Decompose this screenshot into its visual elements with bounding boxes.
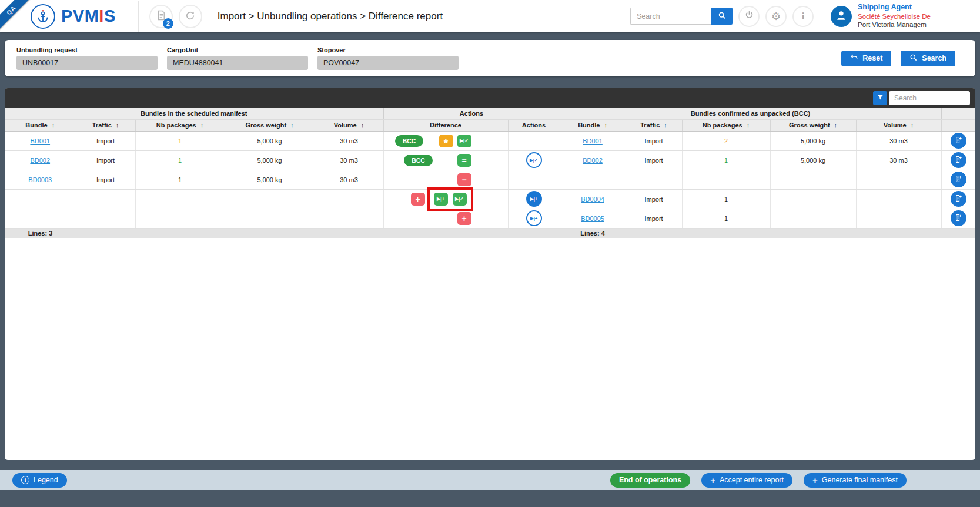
group-header-row: Bundles in the scheduled manifest Action… — [5, 108, 975, 119]
add-row-button[interactable]: ▶|+ — [526, 191, 542, 207]
edit-bundle-button[interactable] — [951, 172, 966, 187]
bundle-link[interactable]: BD0004 — [581, 196, 604, 203]
document-plus-icon — [955, 156, 962, 165]
manifest-volume-cell: 30 m3 — [315, 170, 383, 189]
group-header-bcc: Bundles confirmed as unpacked (BCC) — [560, 108, 941, 119]
table-search-input[interactable] — [889, 91, 970, 105]
column-header-bundle[interactable]: Bundle↑ — [560, 119, 626, 131]
unpacked-gross-weight-cell: 5,000 kg — [770, 150, 856, 170]
undo-icon — [850, 53, 858, 63]
person-icon — [835, 9, 848, 24]
difference-cell: +▶|+▶|✓ — [383, 189, 508, 209]
end-of-operations-button[interactable]: End of operations — [610, 473, 690, 488]
column-header-empty — [941, 119, 975, 131]
bottom-bar-actions: End of operations + Accept entire report… — [610, 473, 907, 488]
validate-difference-button[interactable]: ▶|✓ — [453, 193, 467, 206]
table-filter-button[interactable] — [873, 91, 887, 105]
unpacked-traffic-cell: Import — [626, 189, 682, 209]
edit-bundle-button[interactable] — [951, 133, 966, 149]
legend-button[interactable]: i Legend — [12, 473, 67, 488]
column-header-nb-packages[interactable]: Nb packages↑ — [135, 119, 225, 131]
edit-cell — [941, 131, 975, 150]
sort-asc-icon: ↑ — [664, 122, 667, 129]
power-icon — [744, 10, 754, 23]
edit-bundle-button[interactable] — [951, 210, 966, 226]
accept-entire-report-button[interactable]: + Accept entire report — [701, 473, 792, 488]
equal-difference-button[interactable]: = — [457, 154, 471, 167]
info-icon: i — [802, 11, 805, 22]
difference-report-table: Bundles in the scheduled manifest Action… — [5, 108, 975, 238]
column-header-volume[interactable]: Volume↑ — [856, 119, 941, 131]
document-plus-icon — [955, 136, 962, 146]
bundle-link[interactable]: BD002 — [583, 157, 603, 164]
user-avatar[interactable] — [831, 6, 852, 27]
column-header-traffic[interactable]: Traffic↑ — [76, 119, 135, 131]
manifest-nb-packages-cell: 1 — [135, 170, 225, 189]
play-check-icon: ▶|✓ — [455, 196, 464, 202]
search-icon — [909, 53, 918, 63]
play-plus-icon: ▶|+ — [437, 196, 444, 202]
environment-ribbon: QA — [0, 0, 34, 33]
column-header-difference: Difference — [383, 119, 508, 131]
unpacked-bundle-cell: BD001 — [560, 131, 626, 150]
table-footer-row: Lines: 3 Lines: 4 — [5, 228, 975, 238]
reports-button[interactable]: 2 — [149, 5, 173, 28]
edit-bundle-button[interactable] — [951, 152, 966, 168]
sort-asc-icon: ↑ — [361, 122, 364, 129]
validate-row-button[interactable]: ▶|✓ — [526, 152, 542, 168]
manifest-line-count: Lines: 3 — [5, 228, 76, 238]
global-search-input[interactable] — [630, 8, 711, 25]
unpacked-traffic-cell — [626, 170, 682, 189]
manifest-traffic-cell: Import — [76, 150, 135, 170]
column-header-volume[interactable]: Volume↑ — [315, 119, 383, 131]
extra-bundle-button[interactable]: + — [411, 193, 425, 206]
column-header-gross-weight[interactable]: Gross weight↑ — [225, 119, 315, 131]
power-button[interactable] — [738, 6, 760, 27]
missing-bundle-button[interactable]: − — [457, 173, 471, 186]
info-button[interactable]: i — [792, 6, 814, 27]
global-search-button[interactable] — [711, 8, 733, 25]
manifest-traffic-cell: Import — [76, 170, 135, 189]
difference-wrap: BCC*▶|✓ — [384, 132, 508, 150]
edit-bundle-button[interactable] — [951, 191, 966, 207]
stopover-input[interactable] — [317, 56, 459, 70]
add-row-button[interactable]: ▶|+ — [526, 210, 542, 226]
column-header-traffic[interactable]: Traffic↑ — [626, 119, 682, 131]
unpacked-volume-cell: 30 m3 — [856, 131, 941, 150]
column-header-gross-weight[interactable]: Gross weight↑ — [770, 119, 856, 131]
manifest-volume-cell: 30 m3 — [315, 131, 383, 150]
cargounit-input[interactable] — [167, 56, 308, 70]
bundle-link[interactable]: BD002 — [30, 157, 50, 164]
generate-final-manifest-button[interactable]: + Generate final manifest — [804, 473, 907, 488]
bundle-link[interactable]: BD0005 — [581, 215, 604, 222]
validate-difference-button[interactable]: ▶|✓ — [457, 135, 471, 147]
bcc-badge: BCC — [395, 135, 424, 147]
difference-report-panel: Bundles in the scheduled manifest Action… — [5, 88, 975, 460]
manifest-gross-weight-cell: 5,000 kg — [225, 131, 315, 150]
bundle-link[interactable]: BD001 — [30, 137, 50, 145]
extra-bundle-button[interactable]: + — [457, 212, 471, 225]
row-actions-cell — [508, 131, 560, 150]
bundle-link[interactable]: BD0003 — [28, 176, 52, 183]
column-header-bundle[interactable]: Bundle↑ — [5, 119, 76, 131]
bundle-link[interactable]: BD001 — [583, 137, 603, 145]
reset-button[interactable]: Reset — [841, 51, 891, 66]
refresh-button[interactable] — [179, 5, 202, 28]
manifest-nb-packages-cell — [135, 189, 225, 209]
partial-difference-button[interactable]: * — [439, 135, 453, 147]
filter-label: Stopover — [317, 46, 459, 53]
add-to-manifest-button[interactable]: ▶|+ — [434, 193, 448, 206]
filter-field-cargounit: CargoUnit — [167, 46, 308, 70]
bottom-action-bar: i Legend End of operations + Accept enti… — [0, 470, 980, 490]
column-header-nb-packages[interactable]: Nb packages↑ — [682, 119, 770, 131]
unbundling-request-input[interactable] — [16, 56, 158, 70]
filter-buttons: Reset Search — [841, 51, 955, 66]
header-divider — [138, 1, 139, 32]
sort-asc-icon: ↑ — [834, 122, 838, 129]
sort-asc-icon: ↑ — [200, 122, 204, 129]
edit-cell — [941, 170, 975, 189]
user-company: Société Seychelloise De — [858, 12, 980, 21]
settings-button[interactable]: ⚙ — [765, 6, 787, 27]
row-actions-cell: ▶|+ — [508, 209, 560, 228]
search-button[interactable]: Search — [901, 51, 955, 66]
